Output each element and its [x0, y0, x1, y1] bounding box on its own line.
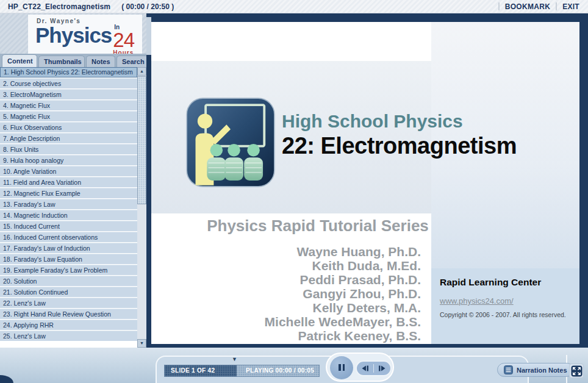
course-total-time: ( 00:00 / 20:50 ) — [121, 2, 174, 11]
sidebar-tab[interactable]: Content — [2, 54, 37, 67]
slide-titles: High School Physics 22: Electromagnetism — [282, 111, 517, 159]
progress-bar[interactable]: SLIDE 1 OF 42 PLAYING 00:00 / 00:05 — [164, 365, 320, 377]
logo-number: 24 — [113, 30, 134, 50]
fullscreen-button[interactable] — [569, 363, 584, 378]
toc-item[interactable]: 8. Flux Units — [0, 144, 137, 154]
pause-icon — [339, 364, 345, 371]
toc-panel: 1. High School Physics 22: Electromagnet… — [0, 67, 146, 348]
author-line: Wayne Huang, Ph.D. — [265, 245, 421, 259]
org-copyright: Copyright © 2006 - 2007. All rights rese… — [440, 311, 566, 318]
toc-item[interactable]: 12. Magnetic Flux Example — [0, 188, 137, 198]
sidebar-tabs: ContentThumbnailsNotesSearch — [0, 54, 146, 67]
sidebar-tab[interactable]: Search — [117, 55, 148, 67]
toc-item[interactable]: 19. Example Faraday's Law Problem — [0, 265, 137, 275]
toc-list: 1. High School Physics 22: Electromagnet… — [0, 67, 137, 348]
fullscreen-icon — [571, 365, 583, 377]
course-title: HP_CT22_Electromagnetism — [8, 2, 110, 11]
corner-swoosh — [0, 375, 13, 383]
toc-item[interactable]: 22. Lenz's Law — [0, 298, 137, 308]
toc-item[interactable]: 10. Angle Variation — [0, 166, 137, 176]
sidebar-tab[interactable]: Thumbnails — [38, 55, 85, 67]
scroll-up-button[interactable]: ▲ — [137, 67, 146, 76]
exit-button[interactable]: EXIT — [562, 2, 579, 11]
toc-item[interactable]: 14. Magnetic Induction — [0, 210, 137, 220]
toc-item[interactable]: 6. Flux Observations — [0, 122, 137, 132]
step-back-icon — [361, 365, 369, 372]
logo-name: Physics — [35, 24, 112, 46]
org-url-link[interactable]: www.physics24.com/ — [440, 296, 514, 306]
toc-item[interactable]: 7. Angle Description — [0, 133, 137, 143]
toc-item[interactable]: 18. Faraday's Law Equation — [0, 254, 137, 264]
step-forward-icon — [378, 365, 386, 372]
slide-counter: SLIDE 1 OF 42 — [171, 365, 215, 376]
titlebar-divider — [498, 2, 500, 10]
toc-item[interactable]: 20. Solution — [0, 276, 137, 286]
pause-button[interactable] — [330, 356, 353, 379]
logo-panel: Dr. Wayne's Physics In 24 Hours — [0, 13, 146, 54]
playback-status: PLAYING — [246, 365, 274, 376]
narration-notes-label: Narration Notes — [517, 367, 567, 374]
stage-edge-strip — [146, 17, 151, 55]
course-player-window: HP_CT22_Electromagnetism ( 00:00 / 20:50… — [0, 0, 588, 383]
toc-item[interactable]: 15. Induced Current — [0, 221, 137, 231]
toc-item[interactable]: 2. Course objectives — [0, 78, 137, 88]
title-bar: HP_CT22_Electromagnetism ( 00:00 / 20:50… — [0, 0, 588, 13]
slide-stage: High School Physics 22: Electromagnetism… — [146, 13, 588, 348]
author-line: Gangyi Zhou, Ph.D. — [265, 287, 421, 301]
toc-scrollbar: ▲ ▼ — [137, 67, 146, 348]
bookmark-button[interactable]: BOOKMARK — [505, 2, 550, 11]
step-forward-button[interactable] — [374, 362, 390, 375]
step-controls — [356, 360, 392, 376]
progress-marker-icon[interactable]: ▼ — [232, 357, 237, 362]
physics24-logo: Dr. Wayne's Physics In 24 Hours — [28, 15, 142, 54]
sidebar: Dr. Wayne's Physics In 24 Hours ContentT… — [0, 13, 146, 348]
toc-item[interactable]: 3. ElectroMagnetism — [0, 89, 137, 99]
toc-item[interactable]: 13. Faraday's Law — [0, 199, 137, 209]
notes-icon — [504, 365, 513, 374]
toc-item[interactable]: 21. Solution Continued — [0, 287, 137, 297]
toc-item[interactable]: 23. Right Hand Rule Review Question — [0, 309, 137, 319]
scroll-down-button[interactable]: ▼ — [137, 339, 146, 348]
org-name: Rapid Learning Center — [440, 277, 541, 288]
toc-item[interactable]: 5. Magnetic Flux — [0, 111, 137, 121]
titlebar-divider — [556, 2, 557, 10]
toc-item[interactable]: 11. Field and Area Variation — [0, 177, 137, 187]
author-line: Patrick Keeney, B.S. — [265, 329, 421, 343]
logo-24-column: In 24 Hours — [113, 24, 134, 54]
player-bar: ▼ SLIDE 1 OF 42 PLAYING 00:00 / 00:05 — [0, 348, 588, 383]
narration-notes-button[interactable]: Narration Notes — [497, 363, 574, 377]
classroom-icon — [186, 98, 275, 187]
slide-title-line1: High School Physics — [282, 111, 517, 132]
author-line: Kelly Deters, M.A. — [265, 301, 421, 315]
author-line: Peddi Prasad, Ph.D. — [265, 273, 421, 287]
slide-title-line2: 22: Electromagnetism — [282, 133, 517, 159]
toc-item[interactable]: 1. High School Physics 22: Electromagnet… — [0, 67, 137, 77]
slide: High School Physics 22: Electromagnetism… — [151, 22, 579, 344]
scroll-up-icon: ▲ — [140, 69, 144, 73]
author-line: Keith Duda, M.Ed. — [265, 259, 421, 273]
logo-row: Physics In 24 Hours — [35, 24, 142, 54]
step-back-button[interactable] — [357, 362, 373, 375]
sidebar-tab[interactable]: Notes — [86, 55, 115, 67]
toc-item[interactable]: 25. Lenz's Law — [0, 331, 137, 341]
series-title: Physics Rapid Tutorial Series — [204, 217, 432, 235]
toc-item[interactable]: 24. Applying RHR — [0, 320, 137, 330]
authors-list: Wayne Huang, Ph.D.Keith Duda, M.Ed.Peddi… — [265, 245, 421, 343]
toc-item[interactable]: 4. Magnetic Flux — [0, 100, 137, 110]
transport-controls — [326, 353, 394, 382]
org-panel: Rapid Learning Center www.physics24.com/… — [431, 268, 579, 344]
scrollbar-thumb[interactable] — [137, 76, 146, 204]
playback-time: 00:00 / 00:05 — [276, 365, 314, 376]
scroll-down-icon: ▼ — [140, 341, 144, 345]
toc-item[interactable]: 16. Induced Current observations — [0, 232, 137, 242]
toc-item[interactable]: 17. Faraday's Law of Induction — [0, 243, 137, 253]
author-line: Michelle WedeMayer, B.S. — [265, 315, 421, 329]
toc-item[interactable]: 9. Hula hoop analogy — [0, 155, 137, 165]
